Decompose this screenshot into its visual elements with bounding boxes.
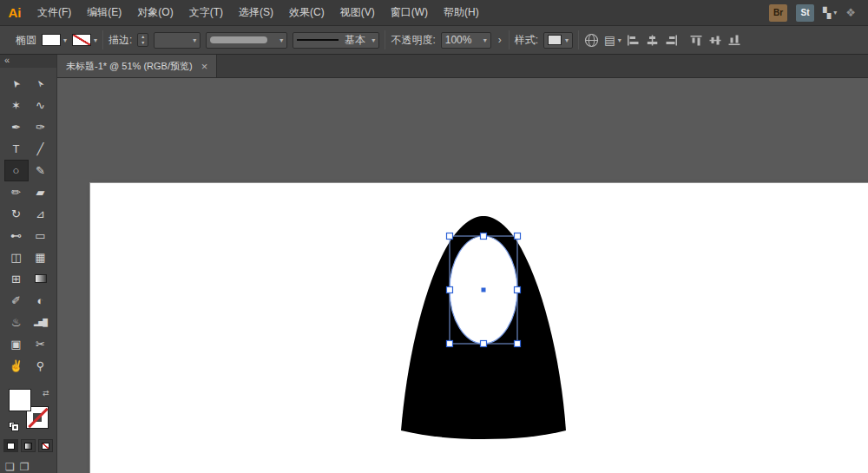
toolbar-collapse-button[interactable]: « <box>0 55 56 68</box>
bridge-button[interactable]: Br <box>769 4 787 22</box>
align-horizontal-center-button[interactable] <box>646 35 659 46</box>
magic-wand-tool[interactable]: ✶ <box>4 95 29 116</box>
menu-item-window[interactable]: 窗口(W) <box>383 0 436 25</box>
direct-selection-tool[interactable]: ➢ <box>29 73 53 95</box>
menu-item-file[interactable]: 文件(F) <box>30 0 79 25</box>
stepper-down-icon[interactable]: ▾ <box>138 40 148 46</box>
paintbrush-tool-icon: ✎ <box>36 164 45 177</box>
default-fill-stroke-icon[interactable] <box>9 422 21 430</box>
width-profile-dropdown[interactable]: ▾ <box>206 32 287 49</box>
screen-mode-icon[interactable]: ❐ <box>20 461 30 473</box>
curvature-tool[interactable]: ✑ <box>29 116 53 138</box>
stroke-color-dropdown[interactable]: ▾ <box>72 34 97 46</box>
menu-item-type[interactable]: 文字(T) <box>181 0 231 25</box>
gradient-tool[interactable] <box>29 268 53 290</box>
menu-item-help[interactable]: 帮助(H) <box>436 0 487 25</box>
toolbar-bottom-icons: ❏ ❐ <box>0 452 56 473</box>
selection-handle-top-center[interactable] <box>481 233 487 240</box>
fill-indicator[interactable] <box>9 389 31 411</box>
graphic-style-dropdown[interactable]: ▾ <box>543 32 573 49</box>
hand-tool-icon: ✌ <box>9 359 23 372</box>
stroke-weight-stepper[interactable]: ▴ ▾ <box>137 33 148 47</box>
selection-center-point[interactable] <box>482 288 486 292</box>
color-chip <box>7 443 15 450</box>
hand-tool[interactable]: ✌ <box>4 355 29 377</box>
artboard[interactable] <box>90 183 868 473</box>
align-top-button[interactable] <box>690 35 703 46</box>
perspective-grid-tool[interactable]: ▦ <box>29 246 53 268</box>
selection-handle-bottom-right[interactable] <box>515 341 521 347</box>
eraser-tool-icon: ▰ <box>36 186 45 199</box>
selection-tool[interactable]: ➤ <box>4 73 29 95</box>
stepper-up-icon[interactable]: ▴ <box>138 34 148 40</box>
tab-close-icon[interactable]: × <box>201 61 208 72</box>
scale-tool[interactable]: ⊿ <box>29 203 53 225</box>
align-options-dropdown[interactable]: ▤ ▾ <box>604 34 621 47</box>
pen-tool[interactable]: ✒ <box>4 116 29 138</box>
rotate-tool[interactable]: ↻ <box>4 203 29 225</box>
opacity-field[interactable]: 100% ▾ <box>441 32 491 49</box>
selection-handle-top-right[interactable] <box>515 233 521 240</box>
lasso-tool[interactable]: ∿ <box>29 95 53 116</box>
swap-fill-stroke-icon[interactable]: ⇄ <box>43 389 49 397</box>
zoom-tool[interactable]: ⚲ <box>29 355 53 377</box>
direct-selection-tool-icon: ➢ <box>34 77 48 90</box>
stock-button[interactable]: St <box>796 4 814 22</box>
column-graph-tool[interactable]: ▂▅█ <box>29 312 53 333</box>
artboard-tool[interactable]: ▣ <box>4 333 29 355</box>
separator <box>578 30 579 49</box>
menu-item-edit[interactable]: 编辑(E) <box>79 0 129 25</box>
align-bottom-button[interactable] <box>728 35 741 46</box>
fill-color-dropdown[interactable]: ▾ <box>42 34 67 46</box>
stroke-weight-select[interactable]: ▾ <box>154 32 201 49</box>
document-tab[interactable]: 未标题-1* @ 51% (RGB/预览) × <box>57 55 217 77</box>
width-tool[interactable]: ⊷ <box>4 225 29 246</box>
recolor-artwork-button[interactable] <box>584 33 599 48</box>
menu-item-object[interactable]: 对象(O) <box>129 0 181 25</box>
selection-handle-middle-left[interactable] <box>447 287 453 293</box>
brush-definition-dropdown[interactable]: 基本 ▾ <box>293 32 379 49</box>
blend-tool[interactable]: ◐ <box>29 290 53 312</box>
workspace-switcher[interactable]: ▚ ▾ <box>823 7 837 19</box>
type-tool[interactable]: T <box>4 138 29 160</box>
align-right-button[interactable] <box>665 35 678 46</box>
none-chip <box>42 443 49 450</box>
tool-grid: ➤ ➢ ✶ ∿ ✒ ✑ T ╱ ○ ✎ ✏ ▰ ↻ ⊿ ⊷ ▭ ◫ ▦ ⊞ ✐ … <box>0 68 56 377</box>
shaper-tool-icon: ✏ <box>11 186 21 199</box>
ellipse-tool[interactable]: ○ <box>4 160 29 181</box>
opacity-panel-arrow[interactable]: › <box>496 34 503 46</box>
document-tab-bar: 未标题-1* @ 51% (RGB/预览) × <box>57 55 868 78</box>
lasso-tool-icon: ∿ <box>36 99 45 112</box>
mesh-tool[interactable]: ⊞ <box>4 268 29 290</box>
selection-handle-middle-right[interactable] <box>515 287 521 293</box>
color-mode-button[interactable] <box>3 439 18 452</box>
recolor-globe-icon <box>584 33 599 48</box>
selection-handle-bottom-center[interactable] <box>481 341 487 347</box>
paintbrush-tool[interactable]: ✎ <box>29 160 53 181</box>
style-label: 样式: <box>515 33 538 48</box>
selection-handle-bottom-left[interactable] <box>447 341 453 347</box>
free-transform-tool[interactable]: ▭ <box>29 225 53 246</box>
stroke-none-swatch <box>72 34 91 46</box>
menu-item-select[interactable]: 选择(S) <box>231 0 281 25</box>
menu-item-effect[interactable]: 效果(C) <box>281 0 332 25</box>
align-left-button[interactable] <box>627 35 640 46</box>
draw-mode-icon[interactable]: ❏ <box>5 461 15 473</box>
gradient-mode-button[interactable] <box>21 439 36 452</box>
share-icon[interactable]: ❖ <box>845 6 856 19</box>
align-vertical-center-button[interactable] <box>709 35 722 46</box>
canvas-pasteboard[interactable] <box>57 78 868 473</box>
shaper-tool[interactable]: ✏ <box>4 181 29 203</box>
none-mode-button[interactable] <box>38 439 53 452</box>
chevron-down-icon: ▾ <box>63 36 67 44</box>
symbol-sprayer-tool[interactable]: ♨ <box>4 312 29 333</box>
shape-builder-tool[interactable]: ◫ <box>4 246 29 268</box>
eyedropper-tool[interactable]: ✐ <box>4 290 29 312</box>
slice-tool[interactable]: ✂ <box>29 333 53 355</box>
symbol-sprayer-tool-icon: ♨ <box>11 316 22 329</box>
line-segment-tool[interactable]: ╱ <box>29 138 53 160</box>
chevron-down-icon: ▾ <box>193 36 196 44</box>
menu-item-view[interactable]: 视图(V) <box>332 0 383 25</box>
eraser-tool[interactable]: ▰ <box>29 181 53 203</box>
selection-handle-top-left[interactable] <box>447 233 453 240</box>
